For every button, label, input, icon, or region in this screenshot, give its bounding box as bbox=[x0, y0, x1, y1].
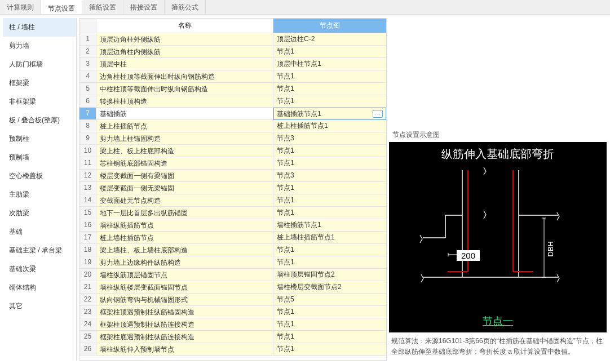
sidebar-item-10[interactable]: 次肋梁 bbox=[3, 204, 76, 223]
row-name[interactable]: 剪力墙上边缘构件纵筋构造 bbox=[96, 256, 273, 269]
table-row[interactable]: 26墙柱纵筋伸入预制墙节点节点1 bbox=[79, 343, 386, 356]
row-name[interactable]: 基础插筋 bbox=[96, 108, 273, 120]
top-tab-1[interactable]: 节点设置 bbox=[41, 0, 82, 14]
row-name[interactable]: 顶层边角柱外侧纵筋 bbox=[96, 33, 273, 46]
row-name[interactable]: 纵向钢筋弯钩与机械锚固形式 bbox=[96, 294, 273, 306]
row-node[interactable]: 墙柱顶层锚固节点2 bbox=[273, 269, 386, 281]
row-name[interactable]: 剪力墙上柱锚固构造 bbox=[96, 132, 273, 145]
row-node[interactable]: 节点1 bbox=[273, 70, 386, 83]
row-node[interactable]: 节点3 bbox=[273, 132, 386, 145]
row-node[interactable]: 节点1 bbox=[273, 194, 386, 207]
row-node[interactable]: 节点1 bbox=[273, 182, 386, 194]
table-row[interactable]: 1顶层边角柱外侧纵筋顶层边柱C-2 bbox=[79, 33, 386, 46]
sidebar-item-13[interactable]: 基础次梁 bbox=[3, 260, 76, 278]
table-row[interactable]: 7基础插筋基础插筋节点1⋯ bbox=[79, 108, 386, 120]
row-node[interactable]: 顶层边柱C-2 bbox=[273, 33, 386, 46]
table-row[interactable]: 16墙柱纵筋插筋节点墙柱插筋节点1 bbox=[79, 219, 386, 232]
table-row[interactable]: 4边角柱柱顶等截面伸出时纵向钢筋构造节点1 bbox=[79, 70, 386, 83]
table-row[interactable]: 2顶层边角柱内侧纵筋节点1 bbox=[79, 46, 386, 58]
table-row[interactable]: 8桩上柱插筋节点桩上柱插筋节点1 bbox=[79, 120, 386, 132]
row-node[interactable]: 节点1 bbox=[273, 95, 386, 108]
sidebar-item-14[interactable]: 砌体结构 bbox=[3, 278, 76, 297]
row-node[interactable]: 墙柱楼层变截面节点2 bbox=[273, 281, 386, 294]
table-row[interactable]: 21墙柱纵筋楼层变截面锚固节点墙柱楼层变截面节点2 bbox=[79, 281, 386, 294]
row-name[interactable]: 顶层中柱 bbox=[96, 58, 273, 70]
row-node[interactable]: 节点1 bbox=[273, 207, 386, 219]
row-node[interactable]: 节点3 bbox=[273, 170, 386, 182]
sidebar-item-11[interactable]: 基础 bbox=[3, 223, 76, 241]
row-node[interactable]: 节点5 bbox=[273, 294, 386, 306]
row-name[interactable]: 顶层边角柱内侧纵筋 bbox=[96, 46, 273, 58]
sidebar-item-12[interactable]: 基础主梁 / 承台梁 bbox=[3, 241, 76, 260]
row-node[interactable]: 节点1 bbox=[273, 244, 386, 256]
row-node[interactable]: 节点1 bbox=[273, 256, 386, 269]
row-node[interactable]: 节点1 bbox=[273, 145, 386, 157]
table-row[interactable]: 6转换柱柱顶构造节点1 bbox=[79, 95, 386, 108]
table-row[interactable]: 5中柱柱顶等截面伸出时纵向钢筋构造节点1 bbox=[79, 83, 386, 95]
table-row[interactable]: 15地下一层比首层多出纵筋锚固节点1 bbox=[79, 207, 386, 219]
table-row[interactable]: 13楼层变截面一侧无梁锚固节点1 bbox=[79, 182, 386, 194]
table-row[interactable]: 10梁上柱、板上柱底部构造节点1 bbox=[79, 145, 386, 157]
table-row[interactable]: 19剪力墙上边缘构件纵筋构造节点1 bbox=[79, 256, 386, 269]
row-node[interactable]: 节点1 bbox=[273, 157, 386, 170]
row-node[interactable]: 桩上柱插筋节点1 bbox=[273, 120, 386, 132]
row-node[interactable]: 节点1 bbox=[273, 343, 386, 356]
table-row[interactable]: 25框架柱底遇预制柱纵筋连接构造节点1 bbox=[79, 331, 386, 343]
row-name[interactable]: 变截面处无节点构造 bbox=[96, 194, 273, 207]
th-node[interactable]: 节点图 bbox=[273, 19, 386, 33]
sidebar-item-4[interactable]: 非框架梁 bbox=[3, 92, 76, 111]
row-name[interactable]: 边角柱柱顶等截面伸出时纵向钢筋构造 bbox=[96, 70, 273, 83]
row-node[interactable]: 节点1 bbox=[273, 318, 386, 331]
table-row[interactable]: 14变截面处无节点构造节点1 bbox=[79, 194, 386, 207]
row-node[interactable]: 顶层中柱节点1 bbox=[273, 58, 386, 70]
table-row[interactable]: 12楼层变截面一侧有梁锚固节点3 bbox=[79, 170, 386, 182]
row-node[interactable]: 节点1 bbox=[273, 306, 386, 318]
sidebar-item-1[interactable]: 剪力墙 bbox=[3, 37, 76, 55]
sidebar-item-5[interactable]: 板 / 叠合板(整厚) bbox=[3, 111, 76, 130]
sidebar-item-6[interactable]: 预制柱 bbox=[3, 130, 76, 148]
table-row[interactable]: 9剪力墙上柱锚固构造节点3 bbox=[79, 132, 386, 145]
row-name[interactable]: 转换柱柱顶构造 bbox=[96, 95, 273, 108]
row-name[interactable]: 墙柱纵筋插筋节点 bbox=[96, 219, 273, 232]
sidebar-item-7[interactable]: 预制墙 bbox=[3, 148, 76, 167]
row-name[interactable]: 桩上柱插筋节点 bbox=[96, 120, 273, 132]
row-name[interactable]: 梁上墙柱、板上墙柱底部构造 bbox=[96, 244, 273, 256]
row-node[interactable]: 节点1 bbox=[273, 331, 386, 343]
table-row[interactable]: 20墙柱纵筋顶层锚固节点墙柱顶层锚固节点2 bbox=[79, 269, 386, 281]
sidebar-item-8[interactable]: 空心楼盖板 bbox=[3, 167, 76, 185]
row-name[interactable]: 梁上柱、板上柱底部构造 bbox=[96, 145, 273, 157]
diagram-node-label[interactable]: 节点一 bbox=[389, 314, 607, 328]
th-name[interactable]: 名称 bbox=[96, 19, 273, 33]
sidebar-item-2[interactable]: 人防门框墙 bbox=[3, 55, 76, 74]
row-name[interactable]: 墙柱纵筋楼层变截面锚固节点 bbox=[96, 281, 273, 294]
row-name[interactable]: 中柱柱顶等截面伸出时纵向钢筋构造 bbox=[96, 83, 273, 95]
top-tab-4[interactable]: 箍筋公式 bbox=[165, 0, 206, 14]
table-row[interactable]: 24框架柱顶遇预制柱纵筋连接构造节点1 bbox=[79, 318, 386, 331]
top-tab-3[interactable]: 搭接设置 bbox=[123, 0, 165, 14]
row-name[interactable]: 楼层变截面一侧有梁锚固 bbox=[96, 170, 273, 182]
table-row[interactable]: 3顶层中柱顶层中柱节点1 bbox=[79, 58, 386, 70]
row-node[interactable]: 墙柱插筋节点1 bbox=[273, 219, 386, 232]
row-name[interactable]: 楼层变截面一侧无梁锚固 bbox=[96, 182, 273, 194]
more-button[interactable]: ⋯ bbox=[373, 110, 383, 118]
row-name[interactable]: 墙柱纵筋伸入预制墙节点 bbox=[96, 343, 273, 356]
row-name[interactable]: 地下一层比首层多出纵筋锚固 bbox=[96, 207, 273, 219]
row-name[interactable]: 芯柱钢筋底部锚固构造 bbox=[96, 157, 273, 170]
sidebar-item-15[interactable]: 其它 bbox=[3, 297, 76, 316]
table-row[interactable]: 17桩上墙柱插筋节点桩上墙柱插筋节点1 bbox=[79, 232, 386, 244]
row-name[interactable]: 墙柱纵筋顶层锚固节点 bbox=[96, 269, 273, 281]
sidebar-item-3[interactable]: 框架梁 bbox=[3, 74, 76, 92]
table-row[interactable]: 22纵向钢筋弯钩与机械锚固形式节点5 bbox=[79, 294, 386, 306]
top-tab-0[interactable]: 计算规则 bbox=[0, 0, 41, 14]
table-row[interactable]: 11芯柱钢筋底部锚固构造节点1 bbox=[79, 157, 386, 170]
table-row[interactable]: 18梁上墙柱、板上墙柱底部构造节点1 bbox=[79, 244, 386, 256]
row-name[interactable]: 框架柱顶遇预制柱纵筋锚固构造 bbox=[96, 306, 273, 318]
row-name[interactable]: 框架柱底遇预制柱纵筋连接构造 bbox=[96, 331, 273, 343]
sidebar-item-9[interactable]: 主肋梁 bbox=[3, 185, 76, 204]
row-node[interactable]: 桩上墙柱插筋节点1 bbox=[273, 232, 386, 244]
table-row[interactable]: 23框架柱顶遇预制柱纵筋锚固构造节点1 bbox=[79, 306, 386, 318]
row-name[interactable]: 桩上墙柱插筋节点 bbox=[96, 232, 273, 244]
top-tab-2[interactable]: 箍筋设置 bbox=[82, 0, 123, 14]
sidebar-item-0[interactable]: 柱 / 墙柱 bbox=[3, 18, 76, 37]
row-node[interactable]: 节点1 bbox=[273, 46, 386, 58]
